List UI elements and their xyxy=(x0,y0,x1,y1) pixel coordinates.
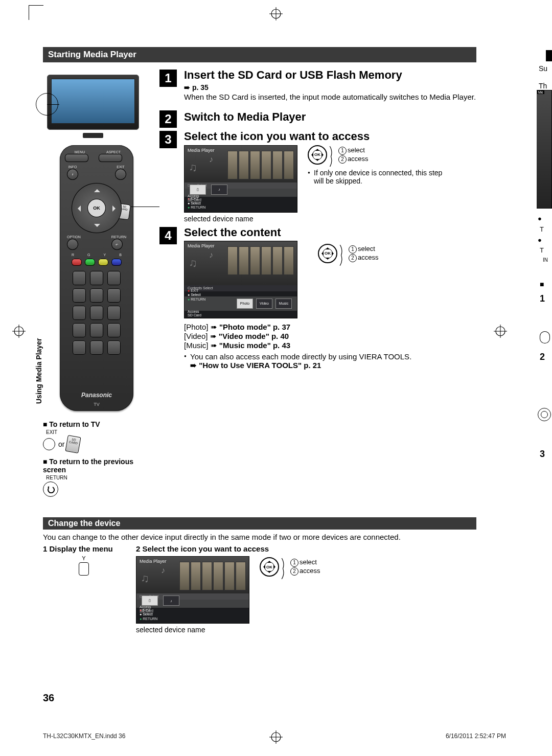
step-title: Insert the SD Card or USB Flash Memory xyxy=(184,68,476,81)
sd-slot-callout-icon xyxy=(36,93,58,116)
step-number: 3 xyxy=(159,131,177,148)
next-page-strip: Su Th Ex Me ● T ● T IN ■ 1 2 3 xyxy=(537,50,552,612)
music-note-icon: ♪ xyxy=(209,250,213,260)
remote-aspect-button xyxy=(99,154,122,162)
section-heading: Starting Media Player xyxy=(43,47,476,62)
footer-filename: TH-L32C30KMTX_EN.indd 36 xyxy=(43,732,125,740)
return-label: RETURN xyxy=(46,475,150,480)
remote-exit-button xyxy=(115,169,126,180)
caption: selected device name xyxy=(184,215,297,223)
remote-color-buttons xyxy=(65,259,128,266)
step-title: Select the content xyxy=(184,226,476,239)
remote-ok-button: OK xyxy=(88,199,105,217)
remote-info-button: i xyxy=(67,169,78,180)
page-ref: "Photo mode" p. 37 xyxy=(219,323,290,331)
step-2: 2 Switch to Media Player xyxy=(159,109,476,128)
music-note-icon: ♫ xyxy=(189,257,197,270)
ok-select-access-diagram: OK 1select 2access xyxy=(318,244,378,263)
sdcard-button-icon: SD CARD xyxy=(65,435,81,453)
exit-button-icon xyxy=(43,438,55,450)
step-title: Switch to Media Player xyxy=(184,110,306,126)
change-device-section: Change the device You can change to the … xyxy=(43,517,476,634)
return-to-previous: To return to the previous screen RETURN xyxy=(43,457,150,497)
page-ref: "Video mode" p. 40 xyxy=(219,332,289,340)
drive-select-screenshot: Media Player ♫ ♪ Drive Select ▯ ♪ xyxy=(136,556,249,624)
yellow-button-label: Y xyxy=(43,555,125,561)
step-note: If only one device is connected, this st… xyxy=(308,169,447,185)
page-content: Starting Media Player MENU ASPECT xyxy=(43,47,476,634)
video-tab: Video xyxy=(256,299,272,309)
step-number: 4 xyxy=(159,227,177,244)
page-number: 36 xyxy=(43,692,54,704)
drive-select-screenshot: Media Player ♫ ♪ Drive Select ▯ ♪ xyxy=(184,145,297,213)
sd-drive-icon: ▯ xyxy=(142,595,158,606)
side-tab-label: Using Media Player xyxy=(35,338,43,404)
return-button-icon xyxy=(43,482,58,497)
music-note-icon: ♪ xyxy=(209,155,213,164)
change-step1-title: Display the menu xyxy=(50,544,113,553)
remote-return-button: ↶ xyxy=(111,239,123,250)
remote-illustration: MENU ASPECT INFO i EXIT SD CARD xyxy=(60,145,133,411)
step-1: 1 Insert the SD Card or USB Flash Memory… xyxy=(159,68,476,101)
remote-option-button xyxy=(67,239,78,250)
step-number: 2 xyxy=(159,110,177,128)
remote-tv-label: TV xyxy=(60,402,133,407)
right-column: 1 Insert the SD Card or USB Flash Memory… xyxy=(159,68,476,378)
registration-mark-icon xyxy=(11,324,27,339)
left-column: MENU ASPECT INFO i EXIT SD CARD xyxy=(43,68,150,497)
or-label: or xyxy=(58,440,64,448)
remote-return-label: RETURN xyxy=(111,235,126,239)
photo-tab: Photo xyxy=(237,299,253,309)
step-3: 3 Select the icon you want to access Med… xyxy=(159,130,476,222)
sd-drive-icon: ▯ xyxy=(190,185,206,195)
music-note-icon: ♫ xyxy=(189,161,197,174)
step-body: When the SD Card is inserted, the input … xyxy=(184,93,476,101)
remote-brand: Panasonic xyxy=(60,392,133,399)
page-ref: "How to Use VIERA TOOLS" p. 21 xyxy=(199,361,321,370)
ok-select-access-diagram: OK 1select 2access xyxy=(308,145,368,165)
remote-dpad: OK xyxy=(72,183,122,233)
return-prev-heading: To return to the previous screen xyxy=(43,457,150,474)
remote-exit-label: EXIT xyxy=(115,165,126,169)
music-note-icon: ♫ xyxy=(141,572,149,585)
music-tab: Music xyxy=(275,299,292,309)
thumbnail-fragment: Me xyxy=(537,90,552,209)
remote-aspect-label: ASPECT xyxy=(99,150,128,154)
yellow-button-icon xyxy=(79,562,89,576)
caption: selected device name xyxy=(136,626,249,634)
step-number: 1 xyxy=(159,70,177,87)
remote-menu-button xyxy=(65,154,88,162)
content-select-screenshot: Media Player ♫ ♪ Contents Select Photo V… xyxy=(184,241,297,318)
remote-option-label: OPTION xyxy=(67,235,81,239)
page-ref: "Music mode" p. 43 xyxy=(219,341,290,350)
return-tv-heading: To return to TV xyxy=(43,420,150,428)
exit-label: EXIT xyxy=(46,429,150,435)
leader-line xyxy=(131,207,159,207)
footer-timestamp: 6/16/2011 2:52:47 PM xyxy=(446,732,506,740)
change-device-intro: You can change to the other device input… xyxy=(43,533,476,541)
change-step2-title: Select the icon you want to access xyxy=(143,544,269,553)
viera-note: You can also access each mode directly b… xyxy=(184,352,476,361)
step-4: 4 Select the content Media Player ♫ ♪ Co… xyxy=(159,226,476,370)
music-note-icon: ♪ xyxy=(161,566,165,575)
page-ref: p. 35 xyxy=(192,83,209,91)
remote-menu-label: MENU xyxy=(65,150,95,154)
tv-illustration xyxy=(47,75,139,136)
step-title: Select the icon you want to access xyxy=(184,130,476,143)
crop-mark-icon xyxy=(29,5,43,20)
subsection-heading: Change the device xyxy=(43,517,476,530)
remote-info-label: INFO xyxy=(67,165,78,169)
return-to-tv: To return to TV EXIT or SD CARD xyxy=(43,420,150,452)
ok-select-access-diagram: OK 1select 2access xyxy=(260,557,320,577)
